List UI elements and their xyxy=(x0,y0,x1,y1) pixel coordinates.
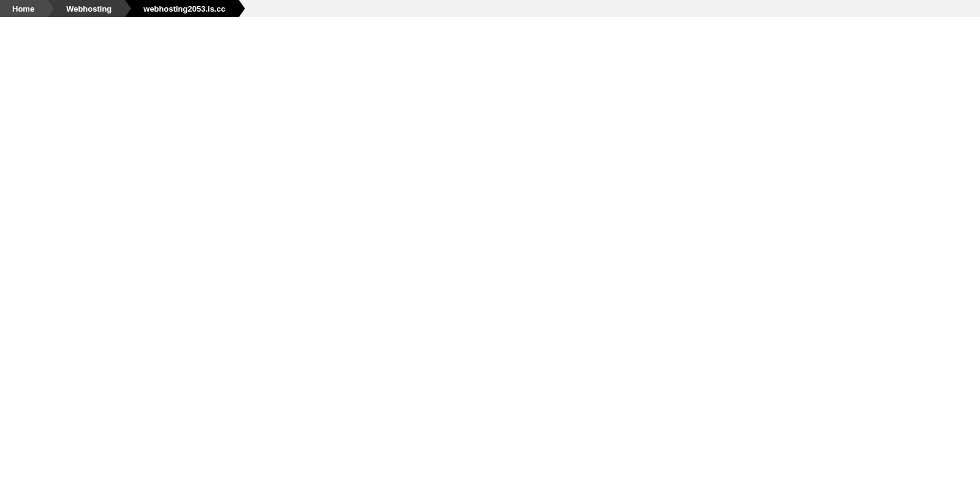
breadcrumb-webhosting[interactable]: Webhosting xyxy=(48,0,125,17)
breadcrumb-current: webhosting2053.is.cc xyxy=(125,0,239,17)
breadcrumb: Home Webhosting webhosting2053.is.cc xyxy=(0,0,980,17)
breadcrumb-home[interactable]: Home xyxy=(0,0,48,17)
